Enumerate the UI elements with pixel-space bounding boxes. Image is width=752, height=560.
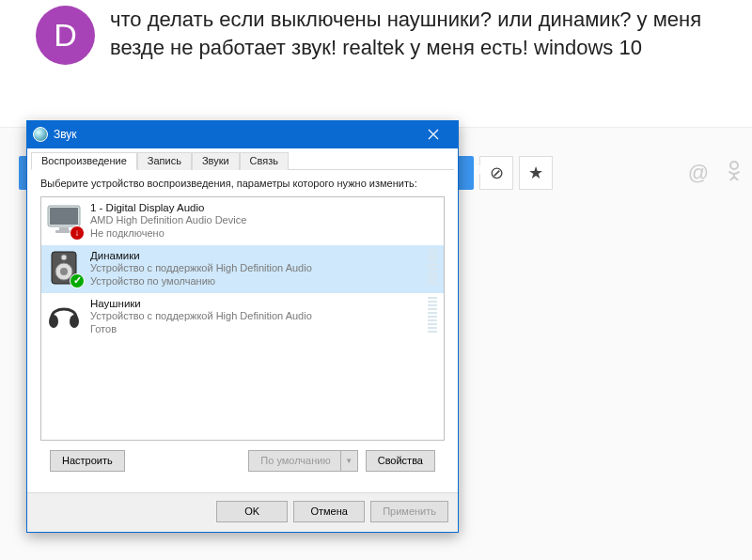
device-info: Наушники Устройство с поддержкой High De… bbox=[90, 297, 421, 336]
device-list[interactable]: 1 - Digital Display Audio AMD High Defin… bbox=[40, 196, 445, 441]
level-meter bbox=[427, 249, 438, 285]
level-meter bbox=[427, 297, 438, 333]
device-row[interactable]: 1 - Digital Display Audio AMD High Defin… bbox=[41, 197, 444, 245]
svg-point-7 bbox=[60, 268, 68, 275]
device-info: Динамики Устройство с поддержкой High De… bbox=[90, 249, 421, 288]
default-check-badge-icon bbox=[70, 273, 85, 288]
device-sub: Устройство с поддержкой High Definition … bbox=[90, 262, 421, 275]
dialog-footer: OK Отмена Применить bbox=[27, 492, 458, 532]
device-status: Готов bbox=[90, 323, 421, 336]
device-sub: AMD High Definition Audio Device bbox=[90, 214, 421, 227]
sound-dialog: Звук Воспроизведение Запись Звуки Связь … bbox=[26, 120, 459, 533]
ok-button[interactable]: OK bbox=[216, 501, 288, 522]
svg-point-9 bbox=[49, 315, 58, 328]
close-button[interactable] bbox=[413, 124, 454, 145]
device-info: 1 - Digital Display Audio AMD High Defin… bbox=[90, 201, 421, 241]
tabs-row: Воспроизведение Запись Звуки Связь bbox=[31, 151, 454, 170]
toolbar-block-button[interactable]: ⊘ bbox=[479, 156, 513, 190]
svg-rect-3 bbox=[59, 227, 69, 230]
disconnected-badge-icon bbox=[70, 226, 85, 241]
dialog-titlebar[interactable]: Звук bbox=[27, 120, 458, 148]
set-default-dropdown[interactable]: По умолчанию ▼ bbox=[248, 450, 357, 472]
tab-panel-playback: Выберите устройство воспроизведения, пар… bbox=[31, 170, 454, 492]
svg-point-8 bbox=[61, 255, 67, 260]
monitor-icon bbox=[45, 201, 83, 239]
tab-sounds[interactable]: Звуки bbox=[192, 152, 240, 170]
toolbar-partial-text: Д bbox=[474, 163, 482, 177]
device-row[interactable]: Динамики Устройство с поддержкой High De… bbox=[41, 245, 444, 293]
device-sub: Устройство с поддержкой High Definition … bbox=[90, 310, 421, 323]
device-name: 1 - Digital Display Audio bbox=[90, 201, 421, 214]
at-icon[interactable]: @ bbox=[688, 161, 709, 185]
device-name: Динамики bbox=[90, 249, 421, 262]
device-status: Не подключено bbox=[90, 227, 421, 241]
comment-row: D что делать если выключены наушники? ил… bbox=[36, 6, 743, 65]
share-ok-icon[interactable] bbox=[726, 160, 743, 186]
toolbar-star-button[interactable]: ★ bbox=[519, 156, 553, 190]
chevron-down-icon: ▼ bbox=[340, 451, 357, 471]
ok-icon bbox=[726, 160, 743, 180]
dialog-body: Воспроизведение Запись Звуки Связь Выбер… bbox=[27, 148, 458, 532]
device-status: Устройство по умолчанию bbox=[90, 275, 421, 288]
cancel-button[interactable]: Отмена bbox=[293, 501, 365, 522]
headphones-icon bbox=[45, 297, 83, 334]
apply-button[interactable]: Применить bbox=[370, 501, 448, 522]
tab-recording[interactable]: Запись bbox=[137, 152, 192, 170]
svg-point-10 bbox=[70, 315, 79, 328]
device-row[interactable]: Наушники Устройство с поддержкой High De… bbox=[41, 293, 444, 341]
svg-point-0 bbox=[730, 162, 738, 169]
dialog-title: Звук bbox=[54, 128, 413, 141]
tab-communications[interactable]: Связь bbox=[240, 152, 289, 170]
device-name: Наушники bbox=[90, 297, 421, 310]
level-meter bbox=[427, 201, 438, 237]
comment-text: что делать если выключены наушники? или … bbox=[110, 6, 743, 61]
instruction-text: Выберите устройство воспроизведения, пар… bbox=[40, 178, 445, 191]
sound-app-icon bbox=[33, 127, 48, 142]
avatar: D bbox=[36, 6, 95, 65]
svg-rect-2 bbox=[50, 208, 78, 225]
configure-button[interactable]: Настроить bbox=[50, 450, 125, 472]
speaker-icon bbox=[45, 249, 83, 287]
close-icon bbox=[428, 129, 439, 140]
panel-button-row: Настроить По умолчанию ▼ Свойства bbox=[40, 441, 445, 483]
tab-playback[interactable]: Воспроизведение bbox=[31, 152, 137, 170]
properties-button[interactable]: Свойства bbox=[366, 450, 435, 472]
set-default-label: По умолчанию bbox=[260, 455, 339, 466]
